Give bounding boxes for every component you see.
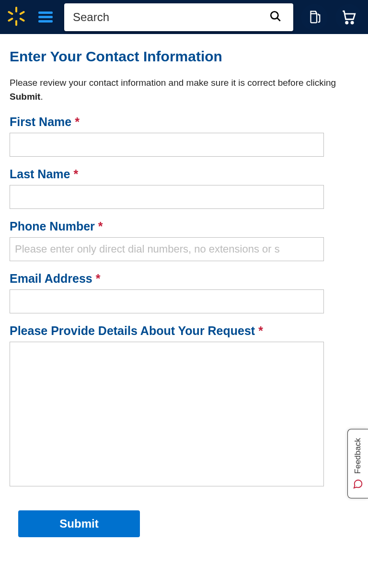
phone-label: Phone Number *	[10, 219, 358, 233]
details-label: Please Provide Details About Your Reques…	[10, 324, 358, 338]
chat-icon	[353, 479, 363, 489]
search-bar[interactable]	[64, 3, 293, 31]
feedback-tab[interactable]: Feedback	[347, 429, 368, 498]
submit-button[interactable]: Submit	[18, 510, 140, 537]
svg-rect-2	[19, 11, 25, 15]
svg-point-8	[346, 22, 348, 23]
page-title: Enter Your Contact Information	[10, 48, 358, 65]
phone-field-group: Phone Number *	[10, 219, 358, 261]
email-label: Email Address *	[10, 272, 358, 286]
last-name-field-group: Last Name *	[10, 167, 358, 209]
first-name-label: First Name *	[10, 115, 358, 129]
search-icon[interactable]	[266, 10, 285, 24]
intro-text: Please review your contact information a…	[10, 76, 358, 104]
last-name-input[interactable]	[10, 185, 324, 209]
milk-carton-icon	[307, 10, 322, 24]
first-name-input[interactable]	[10, 133, 324, 157]
cart-icon	[341, 9, 357, 25]
svg-rect-0	[15, 7, 17, 12]
feedback-label: Feedback	[353, 438, 363, 474]
menu-icon	[38, 12, 53, 23]
reorder-button[interactable]	[301, 4, 328, 31]
search-input[interactable]	[73, 11, 266, 24]
details-field-group: Please Provide Details About Your Reques…	[10, 324, 358, 488]
details-textarea[interactable]	[10, 342, 324, 486]
email-field-group: Email Address *	[10, 272, 358, 313]
svg-rect-3	[8, 17, 13, 22]
email-input[interactable]	[10, 289, 324, 313]
menu-button[interactable]	[34, 6, 57, 28]
svg-point-9	[351, 22, 353, 23]
svg-point-6	[271, 12, 278, 19]
last-name-label: Last Name *	[10, 167, 358, 181]
svg-rect-5	[19, 17, 25, 22]
svg-rect-4	[8, 11, 13, 15]
walmart-logo-icon[interactable]	[6, 6, 27, 29]
svg-rect-1	[15, 20, 17, 26]
cart-button[interactable]	[335, 4, 362, 31]
first-name-field-group: First Name *	[10, 115, 358, 157]
main-content: Enter Your Contact Information Please re…	[0, 34, 368, 556]
site-header	[0, 0, 368, 34]
svg-line-7	[277, 18, 280, 21]
phone-input[interactable]	[10, 237, 324, 261]
